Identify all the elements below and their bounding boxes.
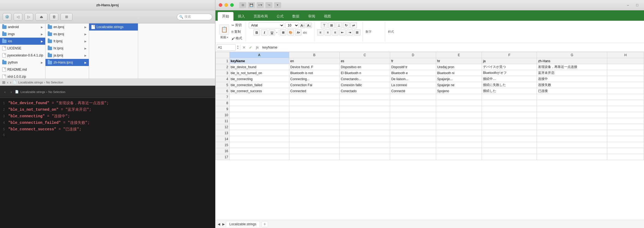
table-cell[interactable]: Spajanje...	[436, 76, 482, 82]
table-cell[interactable]	[607, 118, 644, 124]
col-header-h[interactable]: H	[607, 52, 644, 58]
format-painter-button[interactable]: 🖌 格式	[230, 35, 244, 41]
table-cell[interactable]	[289, 94, 339, 100]
table-cell[interactable]: 已连接	[537, 88, 607, 94]
table-cell[interactable]	[229, 106, 289, 112]
finder-item-ja[interactable]: ja.lproj ▶	[45, 52, 89, 59]
table-cell[interactable]: Connected	[289, 88, 339, 94]
table-cell[interactable]	[436, 154, 482, 160]
code-content[interactable]: 1 "ble_device_found" = "发现设备，再靠近一点连接"; 2…	[0, 98, 215, 228]
table-cell[interactable]: ble_connection_failed	[229, 82, 289, 88]
table-cell[interactable]	[436, 124, 482, 130]
table-cell[interactable]: 蓝牙未开启	[537, 70, 607, 76]
table-cell[interactable]	[390, 142, 436, 148]
table-cell[interactable]	[289, 136, 339, 142]
table-cell[interactable]: 连接中	[537, 76, 607, 82]
table-cell[interactable]	[436, 130, 482, 136]
table-cell[interactable]	[339, 106, 390, 112]
table-cell[interactable]	[537, 154, 607, 160]
table-cell[interactable]	[289, 142, 339, 148]
col-header-g[interactable]: G	[537, 52, 607, 58]
table-cell[interactable]	[229, 112, 289, 118]
finder-item-license[interactable]: LICENSE	[0, 45, 45, 52]
undo-dropdown-icon[interactable]: ↩▾	[257, 2, 264, 8]
table-cell[interactable]: Spajanje ne	[436, 82, 482, 88]
finder-item-localizable[interactable]: Localizable.strings	[89, 23, 138, 31]
maximize-button[interactable]	[230, 3, 234, 7]
merge-btn[interactable]: ⊞	[354, 29, 360, 35]
finder-item-xlrd[interactable]: xlrd-1.0.0.zip	[0, 73, 45, 79]
tab-review[interactable]: 审阅	[304, 12, 320, 21]
table-cell[interactable]	[482, 106, 537, 112]
table-cell[interactable]	[436, 118, 482, 124]
finder-item-zh-hans[interactable]: zh-Hans.lproj ▶	[45, 59, 89, 66]
table-cell[interactable]	[607, 142, 644, 148]
table-cell[interactable]	[537, 106, 607, 112]
delete-button[interactable]: 🗑	[50, 13, 58, 21]
table-cell[interactable]: デバイスが見つ	[482, 64, 537, 70]
finder-item-python[interactable]: python ▶	[0, 59, 45, 66]
finder-item-imgs[interactable]: imgs ▶	[0, 31, 45, 38]
code-back-btn[interactable]: ‹	[3, 89, 7, 95]
table-cell[interactable]	[607, 88, 644, 94]
finder-item-es[interactable]: es.lproj ▶	[45, 31, 89, 38]
sheet-nav-left[interactable]: ◀	[217, 222, 221, 226]
table-cell[interactable]: 接続した	[482, 88, 537, 94]
align-middle-btn[interactable]: ⊞	[328, 22, 335, 28]
table-cell[interactable]	[229, 148, 289, 154]
align-right-btn[interactable]: ≡	[332, 29, 338, 35]
table-cell[interactable]: Connecté	[390, 88, 436, 94]
back-button[interactable]: ◁	[14, 13, 22, 21]
table-cell[interactable]	[289, 148, 339, 154]
table-cell[interactable]	[482, 136, 537, 142]
table-cell[interactable]: es	[339, 58, 390, 64]
sheet-nav-right[interactable]: ▶	[221, 222, 226, 226]
table-cell[interactable]	[482, 154, 537, 160]
tab-formula[interactable]: 公式	[272, 12, 288, 21]
table-cell[interactable]	[229, 118, 289, 124]
table-cell[interactable]: Connection Fai	[289, 82, 339, 88]
table-cell[interactable]	[229, 100, 289, 106]
font-name-select[interactable]: Arial	[249, 22, 284, 28]
table-cell[interactable]	[339, 130, 390, 136]
col-header-c[interactable]: C	[339, 52, 390, 58]
table-cell[interactable]	[607, 136, 644, 142]
border-button[interactable]: ⊞	[280, 29, 286, 35]
table-cell[interactable]	[229, 94, 289, 100]
table-cell[interactable]	[390, 124, 436, 130]
col-header-b[interactable]: B	[289, 52, 339, 58]
table-cell[interactable]	[607, 64, 644, 70]
cell-reference-box[interactable]: A1	[217, 44, 236, 51]
fill-color-button[interactable]: 🎨	[287, 29, 294, 35]
tab-data[interactable]: 数据	[288, 12, 304, 21]
table-cell[interactable]: Device found. F	[289, 64, 339, 70]
table-cell[interactable]	[537, 124, 607, 130]
table-cell[interactable]	[339, 154, 390, 160]
table-cell[interactable]	[339, 148, 390, 154]
cut-button[interactable]: ✂ 剪切	[230, 22, 244, 28]
align-center-btn[interactable]: ≡	[324, 29, 331, 35]
align-top-btn[interactable]: ⊤	[321, 22, 327, 28]
col-header-e[interactable]: E	[436, 52, 482, 58]
table-cell[interactable]: Spojeno	[436, 88, 482, 94]
table-cell[interactable]: 发现设备，再靠近一点连接	[537, 64, 607, 70]
table-cell[interactable]	[482, 148, 537, 154]
settings-button[interactable]: ⚙️	[3, 13, 11, 21]
table-cell[interactable]: Conexión fallic	[339, 82, 390, 88]
terminal-button[interactable]: ⊞	[60, 13, 72, 21]
table-cell[interactable]	[436, 100, 482, 106]
table-cell[interactable]	[607, 124, 644, 130]
table-cell[interactable]	[537, 130, 607, 136]
table-cell[interactable]	[390, 100, 436, 106]
table-cell[interactable]	[537, 148, 607, 154]
table-cell[interactable]	[482, 112, 537, 118]
table-cell[interactable]: ja	[482, 58, 537, 64]
tab-start[interactable]: 开始	[218, 12, 233, 21]
table-cell[interactable]	[436, 112, 482, 118]
table-cell[interactable]	[289, 100, 339, 106]
finder-item-android[interactable]: android ▶	[0, 23, 45, 31]
wrap-text-btn[interactable]: ⇌	[350, 22, 357, 28]
more-icon[interactable]: ▾	[274, 2, 281, 8]
increase-indent-btn[interactable]: ⇥	[347, 29, 353, 35]
table-cell[interactable]	[436, 106, 482, 112]
